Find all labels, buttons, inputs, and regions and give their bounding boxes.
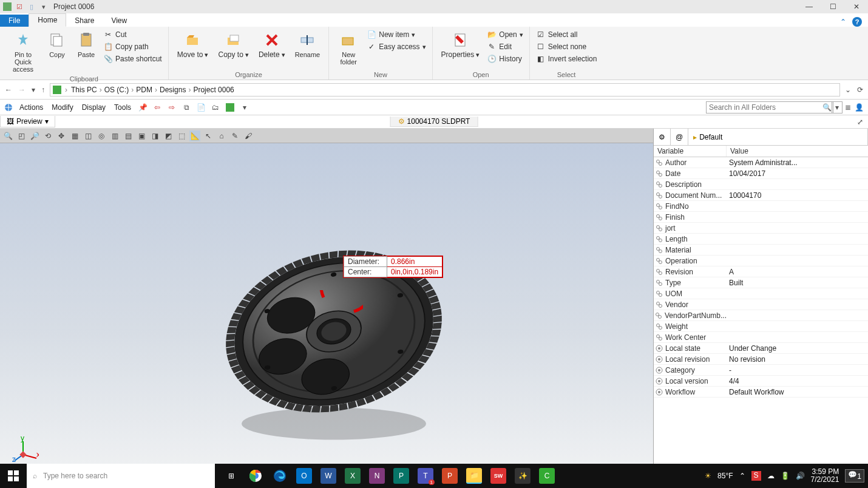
zoom-window-icon[interactable]: ◰ <box>16 130 27 141</box>
addr-dropdown-icon[interactable]: ⌄ <box>845 86 851 94</box>
preview-dropdown-icon[interactable]: ▾ <box>45 117 49 126</box>
filter-icon[interactable]: ≣ <box>843 102 853 113</box>
outlook-icon[interactable]: O <box>296 468 312 484</box>
tray-chevron-icon[interactable]: ⌃ <box>739 472 745 480</box>
excel-icon[interactable]: X <box>345 468 361 484</box>
up-button[interactable]: ↑ <box>41 86 45 94</box>
prop-row-local-state[interactable]: Local stateUnder Change <box>654 343 868 354</box>
teams-icon[interactable]: T1 <box>418 468 433 484</box>
cut-button[interactable]: ✂Cut <box>102 29 163 40</box>
maximize-button[interactable]: ☐ <box>830 2 836 11</box>
help-icon[interactable]: ? <box>852 17 862 27</box>
prop-row-work-center[interactable]: Work Center <box>654 332 868 343</box>
weather-text[interactable]: 85°F <box>717 472 733 480</box>
camtasia-icon[interactable]: C <box>539 468 555 484</box>
notification-icon[interactable]: 💬1 <box>845 469 864 482</box>
prop-row-operation[interactable]: Operation <box>654 256 868 266</box>
history-button[interactable]: 🕒History <box>486 53 524 64</box>
view-section-icon[interactable]: ◨ <box>149 130 160 141</box>
qat-icon[interactable]: ▯ <box>27 2 36 12</box>
properties-button[interactable]: Properties ▾ <box>438 29 484 60</box>
zoom-fit-icon[interactable]: 🔍 <box>2 130 13 141</box>
crumb-2[interactable]: PDM <box>136 86 152 94</box>
props-tab-at[interactable]: @ <box>671 129 688 145</box>
view-wire-icon[interactable]: ▥ <box>109 130 120 141</box>
prop-row-document-num-[interactable]: Document Num...10004170 <box>654 190 868 201</box>
delete-button[interactable]: Delete ▾ <box>255 29 289 60</box>
minimize-button[interactable]: — <box>805 2 813 11</box>
ribbon-collapse-icon[interactable]: ⌃ <box>840 18 846 26</box>
search-input[interactable] <box>706 101 833 114</box>
prop-row-length[interactable]: Length <box>654 234 868 245</box>
tab-home[interactable]: Home <box>29 13 66 27</box>
prop-row-vendorpartnumb-[interactable]: VendorPartNumb... <box>654 310 868 321</box>
prop-row-vendor[interactable]: Vendor <box>654 299 868 310</box>
prop-row-material[interactable]: Material <box>654 245 868 256</box>
copy-button[interactable]: Copy <box>44 29 70 59</box>
invert-selection-button[interactable]: ◧Invert selection <box>535 53 598 64</box>
tools-menu[interactable]: Tools <box>112 103 134 112</box>
crumb-1[interactable]: OS (C:) <box>104 86 129 94</box>
pin-to-quick-access-button[interactable]: Pin to Quick access <box>5 29 41 74</box>
pan-icon[interactable]: ✥ <box>56 130 67 141</box>
new-item-button[interactable]: 📄New item ▾ <box>365 29 427 40</box>
getversion-icon[interactable]: 📄 <box>195 102 206 113</box>
paste-button[interactable]: Paste <box>73 29 100 59</box>
chrome-icon[interactable] <box>248 468 263 484</box>
preview-tab[interactable]: 🖼 Preview ▾ <box>0 116 55 127</box>
crumb-4[interactable]: Project 0006 <box>193 86 234 94</box>
prop-row-weight[interactable]: Weight <box>654 321 868 332</box>
taskbar-search[interactable]: ⌕ Type here to search <box>27 464 215 488</box>
crumb-0[interactable]: This PC <box>71 86 97 94</box>
qat-dropdown-icon[interactable]: ▾ <box>39 2 49 12</box>
view-shaded-icon[interactable]: ▣ <box>136 130 147 141</box>
brush-icon[interactable]: 🖌 <box>243 130 254 141</box>
new-folder-button[interactable]: New folder <box>334 29 363 67</box>
prop-row-workflow[interactable]: WorkflowDefault Workflow <box>654 387 868 398</box>
tab-share[interactable]: Share <box>66 15 103 27</box>
volume-icon[interactable]: 🔊 <box>796 472 805 480</box>
cursor-icon[interactable]: ↖ <box>203 130 214 141</box>
back-button[interactable]: ← <box>5 86 12 94</box>
forward-button[interactable]: → <box>18 86 25 94</box>
prop-row-findno[interactable]: FindNo <box>654 201 868 212</box>
copy-to-button[interactable]: Copy to ▾ <box>214 29 252 60</box>
publisher-icon[interactable]: P <box>393 468 409 484</box>
taskview-icon[interactable]: ⊞ <box>223 468 239 484</box>
canvas[interactable]: Diameter: 0.866in Center: 0in,0in,0.189i… <box>0 143 653 466</box>
breadcrumb-bar[interactable]: › This PCOS (C:)PDMDesignsProject 0006 <box>50 83 840 97</box>
prop-row-date[interactable]: Date10/04/2017 <box>654 168 868 179</box>
modify-menu[interactable]: Modify <box>49 103 75 112</box>
edge-icon[interactable] <box>272 468 288 484</box>
prop-row-local-revision[interactable]: Local revisionNo revision <box>654 354 868 365</box>
open-button[interactable]: 📂Open ▾ <box>486 29 524 40</box>
checkout-icon[interactable]: ⇨ <box>166 102 177 113</box>
start-button[interactable] <box>0 464 27 488</box>
crumb-3[interactable]: Designs <box>160 86 186 94</box>
rename-button[interactable]: Rename <box>291 29 324 59</box>
close-button[interactable]: ✕ <box>853 2 860 11</box>
onedrive-icon[interactable]: ☁ <box>767 472 775 480</box>
measure-tool-icon[interactable]: 📐 <box>189 130 200 141</box>
user-icon[interactable]: 👤 <box>853 102 864 113</box>
tree-icon[interactable]: ⧉ <box>181 102 192 113</box>
zoom-sel-icon[interactable]: 🔎 <box>29 130 40 141</box>
prop-row-jort[interactable]: jort <box>654 223 868 234</box>
weather-icon[interactable]: ☀ <box>705 472 711 480</box>
tb-dropdown-icon[interactable]: ▾ <box>239 102 250 113</box>
paste-shortcut-button[interactable]: 📎Paste shortcut <box>102 53 163 64</box>
rotate-icon[interactable]: ⟲ <box>42 130 53 141</box>
view-hidden-icon[interactable]: ▤ <box>123 130 134 141</box>
app-icon[interactable]: ✨ <box>515 468 531 484</box>
word-icon[interactable]: W <box>320 468 336 484</box>
vault-search[interactable]: 🔍 ▾ ≣ 👤 <box>706 101 864 114</box>
expand-icon[interactable]: ⤢ <box>852 118 868 126</box>
battery-icon[interactable]: 🔋 <box>781 472 790 480</box>
home-icon[interactable]: ⌂ <box>216 130 227 141</box>
easy-access-button[interactable]: ✓Easy access ▾ <box>365 41 427 52</box>
card-icon[interactable]: 🗂 <box>210 102 221 113</box>
edit-button[interactable]: ✎Edit <box>486 41 524 52</box>
pencil-icon[interactable]: ✎ <box>229 130 240 141</box>
vault-small-icon[interactable] <box>225 102 236 113</box>
move-to-button[interactable]: Move to ▾ <box>174 29 212 60</box>
